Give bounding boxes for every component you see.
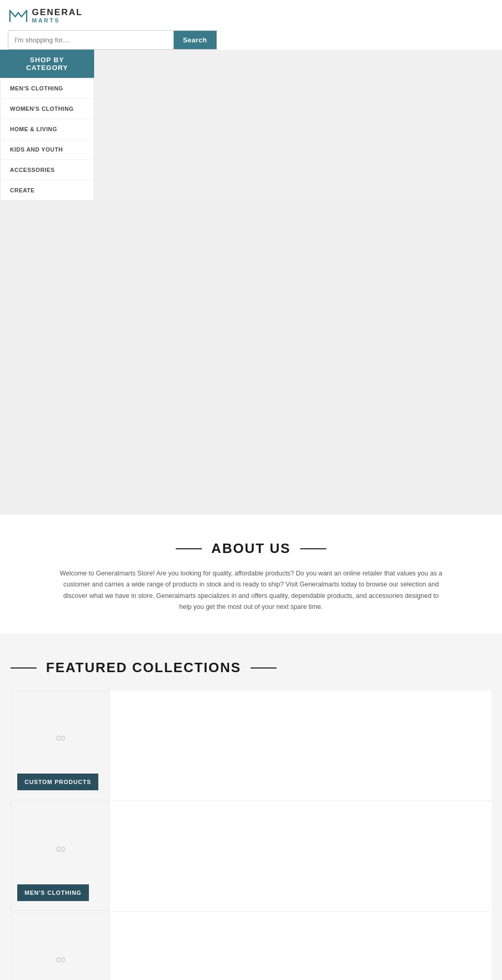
title-line-left xyxy=(176,548,202,549)
category-nav: SHOP BY CATEGORY MEN'S CLOTHING WOMEN'S … xyxy=(0,50,502,201)
about-section: ABOUT US Welcome to Generalmarts Store! … xyxy=(0,514,502,633)
about-title-row: ABOUT US xyxy=(10,540,492,557)
placeholder-icon-2: ∞ xyxy=(56,840,65,857)
hero-banner xyxy=(0,201,502,514)
category-item-womens-clothing[interactable]: WOMEN'S CLOTHING xyxy=(1,99,94,119)
logo-area: GENERAL MARTS xyxy=(8,5,494,26)
title-line-right xyxy=(300,548,326,549)
collection-button-mens-clothing[interactable]: MEN'S CLOTHING xyxy=(17,884,89,901)
search-button[interactable]: Search xyxy=(174,31,216,49)
collection-row-mens-clothing: ∞ MEN'S CLOTHING xyxy=(10,801,492,911)
category-item-accessories[interactable]: ACCESSORIES xyxy=(1,160,94,180)
collection-row-custom-products: ∞ CUSTOM PRODUCTS xyxy=(10,690,492,800)
featured-title-row: FEATURED COLLECTIONS xyxy=(10,660,492,676)
featured-section: FEATURED COLLECTIONS ∞ CUSTOM PRODUCTS ∞… xyxy=(0,633,502,980)
about-title: ABOUT US xyxy=(211,540,291,557)
collection-content-right-2 xyxy=(110,801,492,911)
collection-card-mens-clothing: ∞ MEN'S CLOTHING xyxy=(10,801,110,911)
search-bar: Search xyxy=(8,30,217,50)
category-item-kids-youth[interactable]: KIDS AND YOUTH xyxy=(1,140,94,160)
collection-card-custom-products: ∞ CUSTOM PRODUCTS xyxy=(10,690,110,800)
category-item-create[interactable]: CREATE xyxy=(1,180,94,200)
collection-content-right-1 xyxy=(110,690,492,800)
collection-image-area-3: ∞ xyxy=(17,913,103,980)
category-item-home-living[interactable]: HOME & LIVING xyxy=(1,119,94,140)
about-description: Welcome to Generalmarts Store! Are you l… xyxy=(58,568,444,613)
category-list: MEN'S CLOTHING WOMEN'S CLOTHING HOME & L… xyxy=(0,78,94,201)
collection-image-area-2: ∞ xyxy=(17,802,103,884)
category-item-mens-clothing[interactable]: MEN'S CLOTHING xyxy=(1,78,94,99)
collection-row-womens-clothing: ∞ WOMEN'S CLOTHING xyxy=(10,912,492,980)
featured-line-left xyxy=(10,667,37,668)
header: GENERAL MARTS Search xyxy=(0,0,502,50)
featured-line-right xyxy=(250,667,277,668)
collection-image-area-1: ∞ xyxy=(17,691,103,774)
collection-card-womens-clothing: ∞ WOMEN'S CLOTHING xyxy=(10,912,110,980)
shop-by-category-button[interactable]: SHOP BY CATEGORY xyxy=(0,50,94,78)
collection-content-right-3 xyxy=(110,912,492,980)
logo-text: GENERAL MARTS xyxy=(32,8,83,24)
logo-icon xyxy=(8,5,29,26)
featured-title: FEATURED COLLECTIONS xyxy=(46,660,241,676)
search-input[interactable] xyxy=(8,31,174,49)
collection-button-custom-products[interactable]: CUSTOM PRODUCTS xyxy=(17,774,98,790)
svg-rect-0 xyxy=(8,5,29,26)
placeholder-icon-1: ∞ xyxy=(56,730,65,746)
placeholder-icon-3: ∞ xyxy=(56,951,65,967)
